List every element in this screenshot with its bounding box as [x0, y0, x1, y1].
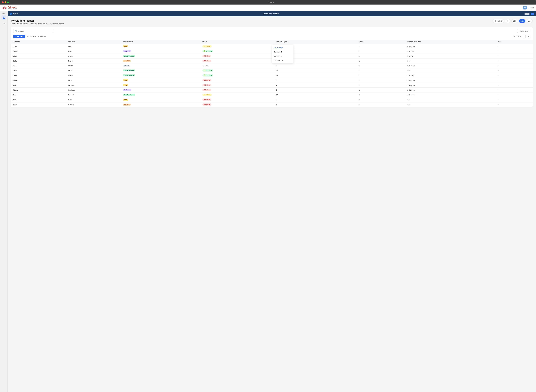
cell-last-name: Geidt — [66, 49, 121, 54]
student-table: First Name Last Name Academic Plan Statu… — [11, 40, 533, 107]
dropdown-sort-az[interactable]: Sort A to Z — [272, 50, 294, 54]
plan-badge: AICE — [123, 79, 128, 81]
grade-filter-11th[interactable]: 11th — [519, 19, 525, 23]
cell-last-interaction: None — [405, 97, 496, 102]
mac-close-btn[interactable] — [2, 1, 4, 3]
cell-last-name: Philips — [66, 68, 121, 73]
row-menu-button[interactable]: ··· — [498, 74, 500, 76]
cell-status: ✖ Behind — [201, 83, 275, 88]
sidebar-item-notes[interactable] — [1, 21, 6, 26]
nav-right: ▓▓▓▓ AI — [524, 13, 534, 15]
row-menu-button[interactable]: ··· — [498, 103, 500, 106]
plan-badge: Dual Enrollment — [123, 94, 135, 96]
schedule-rigor-dropdown: Create a filter Sort A to Z Sort Z to A … — [272, 45, 294, 63]
sidebar-item-roster[interactable] — [1, 15, 6, 20]
svg-point-1 — [4, 8, 5, 8]
status-badge: ✖ Behind — [202, 98, 211, 101]
cell-menu[interactable]: ··· — [496, 102, 533, 107]
cell-schedule-rigor: 5 — [275, 88, 357, 93]
filter-data-button[interactable]: Filter Data — [13, 35, 25, 38]
row-menu-button[interactable]: ··· — [498, 50, 500, 52]
sort-arrow-icon: ▼ — [288, 41, 289, 42]
col-last-name[interactable]: Last Name — [66, 40, 121, 44]
logo-area: Spiralogic by CASM Learning — [2, 6, 17, 10]
row-menu-button[interactable]: ··· — [498, 55, 500, 57]
cell-menu[interactable]: ··· — [496, 44, 533, 49]
cell-menu[interactable]: ··· — [496, 97, 533, 102]
logo-brand-name: Spiralogic — [8, 6, 17, 8]
cell-menu[interactable]: ··· — [496, 68, 533, 73]
row-menu-button[interactable]: ··· — [498, 69, 500, 71]
status-badge: ✅ On Track — [202, 69, 213, 72]
mac-maximize-btn[interactable] — [7, 1, 9, 3]
dropdown-sort-za[interactable]: Sort Z to A — [272, 54, 294, 58]
cell-status: No Data — [201, 63, 275, 68]
cell-academic-plan: nonAICE — [121, 102, 201, 107]
prev-page-button[interactable]: ‹ — [522, 35, 526, 38]
grade-filter-12th[interactable]: 12th — [526, 19, 533, 23]
row-menu-button[interactable]: ··· — [498, 45, 500, 47]
menu-label: MENU — [2, 13, 6, 14]
cell-status: ✖ Behind — [201, 102, 275, 107]
status-icon: ✖ — [204, 60, 205, 62]
row-menu-button[interactable]: ··· — [498, 84, 500, 86]
col-last-interaction[interactable]: Your Last Interaction — [405, 40, 496, 44]
interaction-none: None — [407, 99, 410, 101]
row-menu-button[interactable]: ··· — [498, 79, 500, 81]
page-title: My Student Roster — [11, 19, 64, 22]
row-menu-button[interactable]: ··· — [498, 60, 500, 62]
plan-badge: Dual Enrollment — [123, 70, 135, 71]
row-menu-button[interactable]: ··· — [498, 94, 500, 96]
cell-first-name: Desirae — [11, 83, 66, 88]
cell-menu[interactable]: ··· — [496, 63, 533, 68]
next-page-button[interactable]: › — [527, 35, 530, 38]
cell-menu[interactable]: ··· — [496, 59, 533, 63]
cell-first-name: James — [11, 68, 66, 73]
logout-button[interactable]: Logout — [528, 7, 534, 9]
search-box[interactable]: 🔍 — [13, 29, 54, 33]
search-input[interactable] — [18, 30, 52, 32]
cell-menu[interactable]: ··· — [496, 83, 533, 88]
status-icon: ✖ — [204, 104, 205, 105]
app-header: Spiralogic by CASM Learning Logout — [0, 5, 536, 11]
table-row: Wilson Lipshutz nonAICE ✖ Behind 6 11 No… — [11, 102, 533, 107]
cell-academic-plan: No Plan — [121, 63, 201, 68]
dropdown-hide-column[interactable]: Hide column — [272, 58, 294, 62]
table-setting-button[interactable]: Table Setting — [517, 29, 530, 33]
grade-filter-10th[interactable]: 10th — [512, 19, 518, 23]
dropdown-create-filter[interactable]: Create a filter — [272, 46, 294, 50]
col-academic-plan[interactable]: Academic Plan — [121, 40, 201, 44]
col-grade[interactable]: Grade ⇅ — [357, 40, 405, 44]
interaction-value: 24 days ago — [407, 89, 415, 91]
nav-left: 🌀 Spiral — [10, 13, 18, 15]
cell-menu[interactable]: ··· — [496, 49, 533, 54]
row-menu-button[interactable]: ··· — [498, 99, 500, 101]
row-menu-button[interactable]: ··· — [498, 65, 500, 67]
cell-menu[interactable]: ··· — [496, 54, 533, 59]
mac-minimize-btn[interactable] — [5, 1, 6, 3]
col-first-name[interactable]: First Name — [11, 40, 66, 44]
plan-badge: AICE — [123, 84, 128, 86]
col-status[interactable]: Status — [201, 40, 275, 44]
clear-filter-button[interactable]: ✕ Clear Filter — [27, 36, 36, 37]
cell-last-interaction: 24 days ago — [405, 88, 496, 93]
grade-filter-9th[interactable]: 9th — [505, 19, 511, 23]
status-badge: ✖ Behind — [202, 60, 211, 62]
cell-last-interaction: None — [405, 68, 496, 73]
status-icon: ✖ — [204, 84, 205, 86]
cell-menu[interactable]: ··· — [496, 73, 533, 78]
col-schedule-rigor[interactable]: Schedule Rigor ▼ Create a filter Sort A … — [275, 40, 357, 44]
cell-status: ✖ Behind — [201, 88, 275, 93]
row-menu-button[interactable]: ··· — [498, 89, 500, 91]
person-icon — [3, 16, 5, 19]
grade-filter-all-students[interactable]: All Students — [493, 19, 504, 23]
table-row: James Philips Dual Enrollment ✅ On Track… — [11, 68, 533, 73]
cell-menu[interactable]: ··· — [496, 88, 533, 93]
cell-academic-plan: Dual Enrollment — [121, 73, 201, 78]
table-row: Corey George Dual Enrollment ✅ On Track … — [11, 73, 533, 78]
cell-first-name: Wilson — [11, 102, 66, 107]
cell-menu[interactable]: ··· — [496, 93, 533, 97]
table-row: Tatiana Septimus AICE + DE ✖ Behind 5 11… — [11, 88, 533, 93]
cell-menu[interactable]: ··· — [496, 78, 533, 83]
user-avatar[interactable] — [523, 6, 527, 10]
